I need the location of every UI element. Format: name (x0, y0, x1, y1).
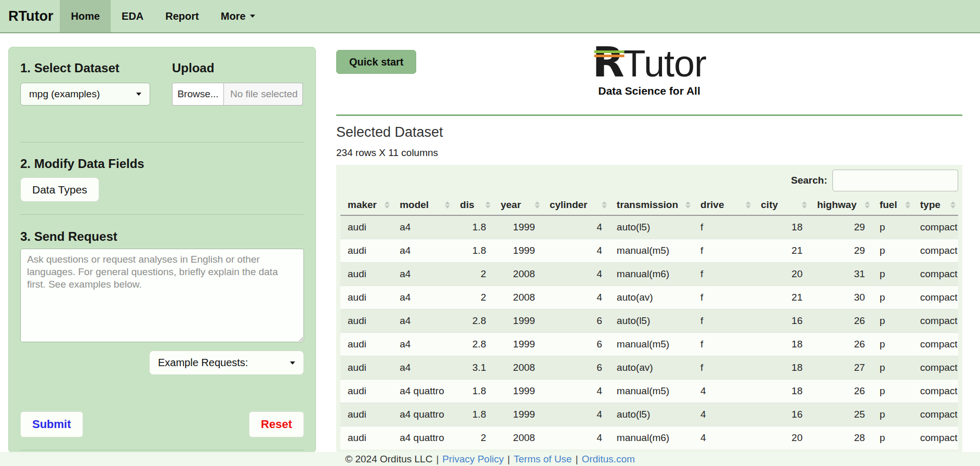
table-cell: 4 (542, 239, 610, 263)
column-header-dis[interactable]: dis (453, 195, 493, 215)
dataset-select-value: mpg (examples) (29, 88, 100, 100)
footer-link-terms-of-use[interactable]: Terms of Use (514, 454, 572, 465)
table-cell: auto(l5) (610, 309, 693, 333)
column-header-label: drive (700, 199, 724, 210)
section-modify-fields-title: 2. Modify Data Fields (20, 157, 304, 171)
table-cell: auto(av) (610, 356, 693, 380)
table-cell: a4 (392, 356, 453, 380)
table-cell: 4 (693, 403, 753, 426)
table-cell: 2008 (493, 286, 542, 309)
submit-button[interactable]: Submit (20, 411, 83, 437)
table-row: audia4220084manual(m6)f2031pcompact (340, 263, 958, 286)
table-row: audia41.819994auto(l5)f1829pcompact (340, 215, 958, 239)
brand-rtutor[interactable]: RTutor (0, 0, 60, 32)
column-header-maker[interactable]: maker (340, 195, 392, 215)
table-cell: 2 (453, 426, 493, 450)
table-cell: 16 (753, 403, 810, 426)
nav-item-home[interactable]: Home (60, 0, 111, 32)
footer-link-orditus-com[interactable]: Orditus.com (581, 454, 634, 465)
sort-icon (485, 201, 491, 209)
table-cell: 25 (810, 403, 872, 426)
table-cell: 1999 (493, 333, 542, 356)
table-cell: audi (340, 263, 392, 286)
table-cell: 6 (542, 356, 610, 380)
table-cell: audi (340, 426, 392, 450)
sort-icon (746, 201, 751, 209)
table-cell: 21 (753, 286, 810, 309)
nav-item-label: More (221, 10, 246, 22)
table-cell: 4 (542, 215, 610, 239)
dataset-select[interactable]: mpg (examples) (20, 83, 150, 106)
table-cell: p (872, 239, 913, 263)
column-header-label: city (761, 199, 778, 210)
table-row: audia4 quattro1.819994manual(m5)41826pco… (340, 380, 958, 403)
table-cell: a4 (392, 215, 453, 239)
column-header-city[interactable]: city (753, 195, 810, 215)
table-cell: 2.8 (453, 333, 493, 356)
logo-stripe-orange (594, 55, 624, 57)
reset-button[interactable]: Reset (249, 411, 304, 437)
table-cell: audi (340, 286, 392, 309)
column-header-cylinder[interactable]: cylinder (542, 195, 610, 215)
table-cell: a4 (392, 239, 453, 263)
table-cell: audi (340, 215, 392, 239)
chevron-down-icon (136, 93, 141, 96)
nav-item-report[interactable]: Report (154, 0, 209, 32)
table-cell: 4 (542, 263, 610, 286)
table-cell: 31 (810, 263, 872, 286)
logo-r-glyph: R (592, 38, 623, 86)
request-textarea[interactable] (20, 249, 304, 342)
table-cell: 4 (542, 380, 610, 403)
column-header-model[interactable]: model (392, 195, 453, 215)
logo-tagline: Data Science for All (592, 85, 706, 97)
table-cell: manual(m5) (610, 380, 693, 403)
table-cell: 1.8 (453, 403, 493, 426)
search-input[interactable] (832, 170, 958, 191)
table-cell: 3.1 (453, 356, 493, 380)
chevron-down-icon (290, 361, 295, 365)
table-cell: f (693, 215, 753, 239)
quick-start-button[interactable]: Quick start (336, 50, 416, 74)
data-types-button[interactable]: Data Types (20, 177, 99, 202)
column-header-year[interactable]: year (493, 195, 542, 215)
nav-item-more[interactable]: More (210, 0, 266, 32)
table-cell: 2008 (493, 356, 542, 380)
table-cell: p (872, 333, 913, 356)
table-cell: f (693, 333, 753, 356)
green-divider (336, 114, 962, 116)
table-cell: p (872, 356, 913, 380)
column-header-label: type (920, 199, 941, 210)
column-header-label: cylinder (550, 199, 588, 210)
table-cell: 29 (810, 215, 872, 239)
nav-item-eda[interactable]: EDA (111, 0, 154, 32)
table-cell: 1.8 (453, 380, 493, 403)
table-row: audia4220084auto(av)f2130pcompact (340, 286, 958, 309)
table-cell: p (872, 380, 913, 403)
table-row: audia42.819996manual(m5)f1826pcompact (340, 333, 958, 356)
column-header-type[interactable]: type (913, 195, 958, 215)
table-cell: compact (913, 403, 958, 426)
table-search-row: Search: (340, 169, 958, 192)
column-header-highway[interactable]: highway (810, 195, 872, 215)
column-header-drive[interactable]: drive (693, 195, 753, 215)
sort-icon (445, 201, 450, 209)
table-cell: 1999 (493, 239, 542, 263)
example-requests-select[interactable]: Example Requests: (149, 351, 304, 375)
table-cell: p (872, 403, 913, 426)
column-header-transmission[interactable]: transmission (610, 195, 693, 215)
dataset-dimensions: 234 rows X 11 columns (336, 147, 962, 159)
logo-tutor-text: Tutor (623, 43, 706, 84)
navbar: RTutor HomeEDAReportMore (0, 0, 980, 33)
footer-copyright: © 2024 Orditus LLC (345, 454, 432, 465)
column-header-label: dis (460, 199, 474, 210)
table-cell: compact (913, 215, 958, 239)
column-header-fuel[interactable]: fuel (872, 195, 913, 215)
browse-button[interactable]: Browse... (172, 83, 224, 106)
table-cell: p (872, 426, 913, 450)
table-cell: 21 (753, 239, 810, 263)
table-cell: compact (913, 356, 958, 380)
footer-link-privacy-policy[interactable]: Privacy Policy (442, 454, 504, 465)
sort-icon (535, 201, 540, 209)
table-cell: 1999 (493, 403, 542, 426)
table-cell: 2.8 (453, 309, 493, 333)
